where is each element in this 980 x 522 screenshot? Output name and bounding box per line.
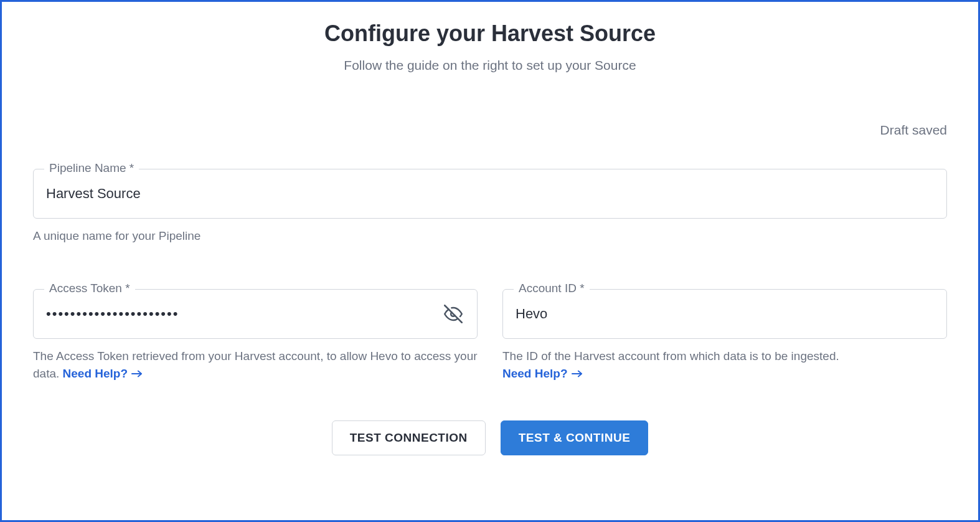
page-header: Configure your Harvest Source Follow the… xyxy=(27,21,953,73)
access-token-help-link[interactable]: Need Help? xyxy=(63,365,143,383)
access-token-field-wrapper: Access Token * xyxy=(33,289,478,339)
account-id-column: Account ID * The ID of the Harvest accou… xyxy=(502,289,947,383)
pipeline-name-input[interactable] xyxy=(33,169,947,219)
account-id-help: The ID of the Harvest account from which… xyxy=(502,348,947,383)
access-token-column: Access Token * The Access Token retrieve… xyxy=(33,289,478,383)
pipeline-name-field-wrapper: Pipeline Name * xyxy=(33,169,947,219)
arrow-right-icon xyxy=(572,369,583,378)
pipeline-name-label: Pipeline Name * xyxy=(44,161,139,175)
access-token-label: Access Token * xyxy=(44,282,135,295)
button-row: TEST CONNECTION TEST & CONTINUE xyxy=(33,420,947,455)
eye-off-icon xyxy=(444,305,463,323)
draft-saved-status: Draft saved xyxy=(27,123,953,138)
test-connection-button[interactable]: TEST CONNECTION xyxy=(332,420,486,455)
account-id-field-wrapper: Account ID * xyxy=(502,289,947,339)
form-row: Access Token * The Access Token retrieve… xyxy=(33,289,947,383)
toggle-visibility-button[interactable] xyxy=(441,302,465,326)
account-id-input[interactable] xyxy=(502,289,947,339)
access-token-help: The Access Token retrieved from your Har… xyxy=(33,348,478,383)
page-title: Configure your Harvest Source xyxy=(27,21,953,47)
account-id-help-text: The ID of the Harvest account from which… xyxy=(502,349,839,363)
test-continue-button[interactable]: TEST & CONTINUE xyxy=(501,420,649,455)
help-link-label: Need Help? xyxy=(63,365,128,383)
account-id-help-link[interactable]: Need Help? xyxy=(502,365,583,383)
arrow-right-icon xyxy=(131,369,143,378)
access-token-input[interactable] xyxy=(33,289,478,339)
pipeline-name-help: A unique name for your Pipeline xyxy=(33,227,947,245)
form-container: Pipeline Name * A unique name for your P… xyxy=(27,169,953,455)
page-subtitle: Follow the guide on the right to set up … xyxy=(27,58,953,73)
account-id-label: Account ID * xyxy=(514,282,590,295)
help-link-label: Need Help? xyxy=(502,365,568,383)
